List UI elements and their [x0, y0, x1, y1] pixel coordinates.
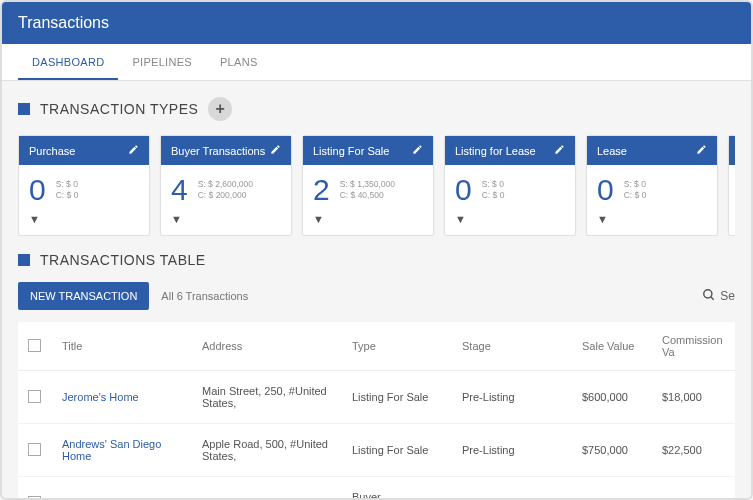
chevron-down-icon[interactable]: ▼: [313, 213, 423, 225]
row-type: Buyer Transactions: [342, 477, 452, 501]
section-title-text: TRANSACTION TYPES: [40, 101, 198, 117]
tab-plans[interactable]: PLANS: [206, 44, 272, 80]
chevron-down-icon[interactable]: ▼: [29, 213, 139, 225]
card-body: 2S: $ 1,350,000C: $ 40,500▼: [303, 165, 433, 235]
row-address: Greenbrier Drive, 300, ,: [192, 477, 342, 501]
row-checkbox[interactable]: [28, 390, 41, 403]
chevron-down-icon[interactable]: ▼: [597, 213, 707, 225]
row-checkbox[interactable]: [28, 496, 41, 501]
transaction-types-section: TRANSACTION TYPES + Purchase0S: $ 0C: $ …: [2, 81, 751, 252]
card-title: Lease: [597, 145, 627, 157]
card-header: Listing For Sale: [303, 136, 433, 165]
new-transaction-button[interactable]: NEW TRANSACTION: [18, 282, 149, 310]
card-count: 0: [455, 175, 472, 205]
page-title: Transactions: [18, 14, 109, 31]
table-toolbar: NEW TRANSACTION All 6 Transactions Se: [18, 282, 735, 310]
type-card: Purchase0S: $ 0C: $ 0▼: [18, 135, 150, 236]
cards-row: Purchase0S: $ 0C: $ 0▼Buyer Transactions…: [18, 135, 735, 236]
card-header: Real Es: [729, 136, 735, 165]
search-input[interactable]: Se: [720, 289, 735, 303]
add-type-button[interactable]: +: [208, 97, 232, 121]
type-card: Listing For Sale2S: $ 1,350,000C: $ 40,5…: [302, 135, 434, 236]
col-commission[interactable]: Commission Va: [652, 322, 735, 371]
row-checkbox[interactable]: [28, 443, 41, 456]
card-body: 4S: $ 2,600,000C: $ 200,000▼: [161, 165, 291, 235]
type-card: Real Es0▼: [728, 135, 735, 236]
row-stage: Initial Consultation: [452, 477, 572, 501]
stat-c: C: $ 0: [624, 190, 647, 201]
card-count: 0: [29, 175, 46, 205]
card-header: Purchase: [19, 136, 149, 165]
square-bullet-icon: [18, 103, 30, 115]
stat-c: C: $ 40,500: [340, 190, 395, 201]
stat-s: S: $ 0: [624, 179, 647, 190]
stat-c: C: $ 200,000: [198, 190, 253, 201]
edit-icon[interactable]: [128, 144, 139, 157]
edit-icon[interactable]: [696, 144, 707, 157]
tabs-bar: DASHBOARD PIPELINES PLANS: [2, 44, 751, 81]
section-title-text: TRANSACTIONS TABLE: [40, 252, 206, 268]
card-stats: S: $ 2,600,000C: $ 200,000: [198, 179, 253, 201]
stat-s: S: $ 0: [56, 179, 79, 190]
card-title: Purchase: [29, 145, 75, 157]
stat-s: S: $ 2,600,000: [198, 179, 253, 190]
card-header: Listing for Lease: [445, 136, 575, 165]
card-stats: S: $ 1,350,000C: $ 40,500: [340, 179, 395, 201]
row-type: Listing For Sale: [342, 371, 452, 424]
svg-line-1: [711, 296, 714, 299]
card-count: 4: [171, 175, 188, 205]
col-title[interactable]: Title: [52, 322, 192, 371]
tab-dashboard[interactable]: DASHBOARD: [18, 44, 118, 80]
row-commission: $50,000: [652, 477, 735, 501]
row-address: Main Street, 250, #United States,: [192, 371, 342, 424]
type-card: Buyer Transactions4S: $ 2,600,000C: $ 20…: [160, 135, 292, 236]
chevron-down-icon[interactable]: ▼: [455, 213, 565, 225]
card-count: 0: [597, 175, 614, 205]
card-header: Lease: [587, 136, 717, 165]
card-body: 0▼: [729, 165, 735, 235]
card-body: 0S: $ 0C: $ 0▼: [19, 165, 149, 235]
page-header: Transactions: [2, 2, 751, 44]
row-title-link[interactable]: Andrews' San Diego Home: [52, 424, 192, 477]
chevron-down-icon[interactable]: ▼: [171, 213, 281, 225]
col-type[interactable]: Type: [342, 322, 452, 371]
type-card: Lease0S: $ 0C: $ 0▼: [586, 135, 718, 236]
edit-icon[interactable]: [270, 144, 281, 157]
transaction-count: All 6 Transactions: [161, 290, 248, 302]
section-title: TRANSACTION TYPES +: [18, 97, 735, 121]
table-row: Andrews' San Diego HomeApple Road, 500, …: [18, 424, 735, 477]
row-title-link[interactable]: Derek's Home: [52, 477, 192, 501]
row-commission: $18,000: [652, 371, 735, 424]
card-body: 0S: $ 0C: $ 0▼: [587, 165, 717, 235]
card-header: Buyer Transactions: [161, 136, 291, 165]
row-title-link[interactable]: Jerome's Home: [52, 371, 192, 424]
transactions-table-section: TRANSACTIONS TABLE NEW TRANSACTION All 6…: [2, 252, 751, 500]
card-stats: S: $ 0C: $ 0: [624, 179, 647, 201]
col-stage[interactable]: Stage: [452, 322, 572, 371]
col-sale[interactable]: Sale Value: [572, 322, 652, 371]
row-sale: $750,000: [572, 424, 652, 477]
table-row: Jerome's HomeMain Street, 250, #United S…: [18, 371, 735, 424]
row-sale: $600,000: [572, 371, 652, 424]
table-header-row: Title Address Type Stage Sale Value Comm…: [18, 322, 735, 371]
edit-icon[interactable]: [412, 144, 423, 157]
card-stats: S: $ 0C: $ 0: [482, 179, 505, 201]
section-title: TRANSACTIONS TABLE: [18, 252, 735, 268]
col-address[interactable]: Address: [192, 322, 342, 371]
type-card: Listing for Lease0S: $ 0C: $ 0▼: [444, 135, 576, 236]
table-row: Derek's HomeGreenbrier Drive, 300, ,Buye…: [18, 477, 735, 501]
square-bullet-icon: [18, 254, 30, 266]
row-sale: $1,000,000: [572, 477, 652, 501]
tab-pipelines[interactable]: PIPELINES: [118, 44, 206, 80]
card-title: Listing For Sale: [313, 145, 389, 157]
edit-icon[interactable]: [554, 144, 565, 157]
row-type: Listing For Sale: [342, 424, 452, 477]
search-wrap: Se: [702, 288, 735, 305]
search-icon[interactable]: [702, 288, 716, 305]
transactions-table: Title Address Type Stage Sale Value Comm…: [18, 322, 735, 500]
card-body: 0S: $ 0C: $ 0▼: [445, 165, 575, 235]
select-all-checkbox[interactable]: [28, 339, 41, 352]
card-title: Buyer Transactions: [171, 145, 265, 157]
row-stage: Pre-Listing: [452, 371, 572, 424]
row-commission: $22,500: [652, 424, 735, 477]
